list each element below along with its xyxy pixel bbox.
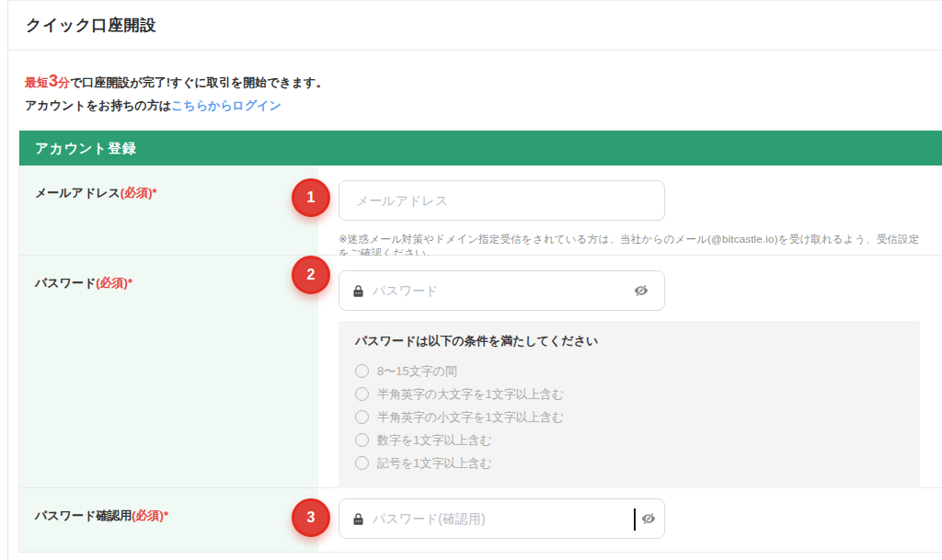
step-badge-1: 1: [292, 178, 330, 217]
password-confirm-input[interactable]: [365, 511, 664, 526]
password-content-cell: パスワードは以下の条件を満たしてください 8〜15文字の間 半角英字の大文字を1…: [318, 256, 942, 487]
quick-account-opening-page: クイック口座開設 最短3分で口座開設が完了!すぐに取引を開始できます。 アカウン…: [0, 0, 942, 560]
password-confirm-asterisk: *: [164, 509, 168, 522]
password-visibility-toggle[interactable]: [633, 282, 649, 299]
page-title: クイック口座開設: [26, 15, 156, 36]
promo-number: 3: [49, 72, 58, 90]
unchecked-circle-icon: [355, 364, 369, 378]
requirement-item: 数字を1文字以上含む: [355, 429, 902, 451]
password-label-cell: パスワード(必須)* 2: [19, 256, 318, 487]
requirement-text: 数字を1文字以上含む: [377, 432, 492, 449]
eye-off-icon: [640, 510, 657, 527]
lock-icon: [351, 284, 365, 298]
unchecked-circle-icon: [355, 433, 369, 447]
password-asterisk: *: [128, 276, 132, 290]
form-row-password: パスワード(必須)* 2 パスワードは以下の条件を満たしてください 8〜1: [19, 256, 942, 488]
login-link[interactable]: こちらからログイン: [171, 98, 281, 112]
password-confirm-label: パスワード確認用: [35, 509, 132, 522]
email-label: メールアドレス: [35, 186, 121, 200]
requirements-list: 8〜15文字の間 半角英字の大文字を1文字以上含む 半角英字の小文字を1文字以上…: [355, 360, 902, 474]
lock-icon: [351, 512, 365, 526]
password-confirm-label-cell: パスワード確認用(必須)* 3: [19, 488, 318, 552]
promo-prefix: 最短: [25, 75, 49, 89]
text-cursor: [634, 509, 636, 531]
promo-unit: 分: [58, 75, 70, 89]
requirement-item: 半角英字の大文字を1文字以上含む: [355, 383, 902, 406]
registration-form: アカウント登録 メールアドレス(必須)* 1 ※迷惑メール対策やドメイン指定受信…: [18, 131, 942, 553]
section-title: アカウント登録: [35, 140, 136, 157]
password-input[interactable]: [365, 283, 664, 298]
intro-section: 最短3分で口座開設が完了!すぐに取引を開始できます。 アカウントをお持ちの方はこ…: [25, 73, 327, 113]
login-line: アカウントをお持ちの方はこちらからログイン: [25, 98, 327, 113]
requirement-item: 8〜15文字の間: [355, 360, 902, 383]
email-content-cell: ※迷惑メール対策やドメイン指定受信をされている方は、当社からのメール(@bitc…: [318, 166, 942, 255]
requirements-title: パスワードは以下の条件を満たしてください: [355, 333, 902, 349]
page-left-border: [7, 0, 8, 560]
account-registration-header: アカウント登録: [19, 131, 942, 166]
email-label-cell: メールアドレス(必須)* 1: [19, 166, 318, 255]
unchecked-circle-icon: [355, 410, 369, 424]
password-label: パスワード: [35, 276, 96, 290]
password-input-wrapper: [339, 270, 665, 311]
password-confirm-required-tag: (必須): [132, 509, 164, 522]
password-required-tag: (必須): [96, 276, 128, 290]
unchecked-circle-icon: [355, 387, 369, 401]
title-bar: クイック口座開設: [8, 0, 942, 51]
requirement-text: 半角英字の大文字を1文字以上含む: [377, 386, 564, 403]
password-confirm-content-cell: [318, 488, 942, 552]
email-required-tag: (必須): [121, 186, 153, 200]
promo-text: 最短3分で口座開設が完了!すぐに取引を開始できます。: [25, 73, 327, 91]
step-badge-3: 3: [292, 498, 330, 537]
requirement-item: 半角英字の小文字を1文字以上含む: [355, 406, 902, 429]
password-requirements-box: パスワードは以下の条件を満たしてください 8〜15文字の間 半角英字の大文字を1…: [339, 321, 920, 489]
form-row-email: メールアドレス(必須)* 1 ※迷惑メール対策やドメイン指定受信をされている方は…: [19, 166, 942, 256]
password-confirm-visibility-toggle[interactable]: [640, 510, 657, 527]
requirement-text: 8〜15文字の間: [377, 363, 457, 380]
unchecked-circle-icon: [355, 456, 369, 470]
requirement-text: 半角英字の小文字を1文字以上含む: [377, 409, 564, 426]
promo-rest: で口座開設が完了!すぐに取引を開始できます。: [70, 75, 327, 89]
password-confirm-input-wrapper: [339, 498, 665, 539]
login-text: アカウントをお持ちの方は: [25, 98, 171, 112]
requirement-item: 記号を1文字以上含む: [355, 451, 902, 474]
eye-off-icon: [633, 282, 649, 299]
step-badge-2: 2: [292, 256, 330, 294]
email-input-wrapper: [339, 180, 665, 221]
email-input[interactable]: [339, 193, 664, 208]
email-asterisk: *: [153, 186, 157, 200]
requirement-text: 記号を1文字以上含む: [377, 455, 492, 472]
form-row-password-confirm: パスワード確認用(必須)* 3: [19, 488, 942, 553]
